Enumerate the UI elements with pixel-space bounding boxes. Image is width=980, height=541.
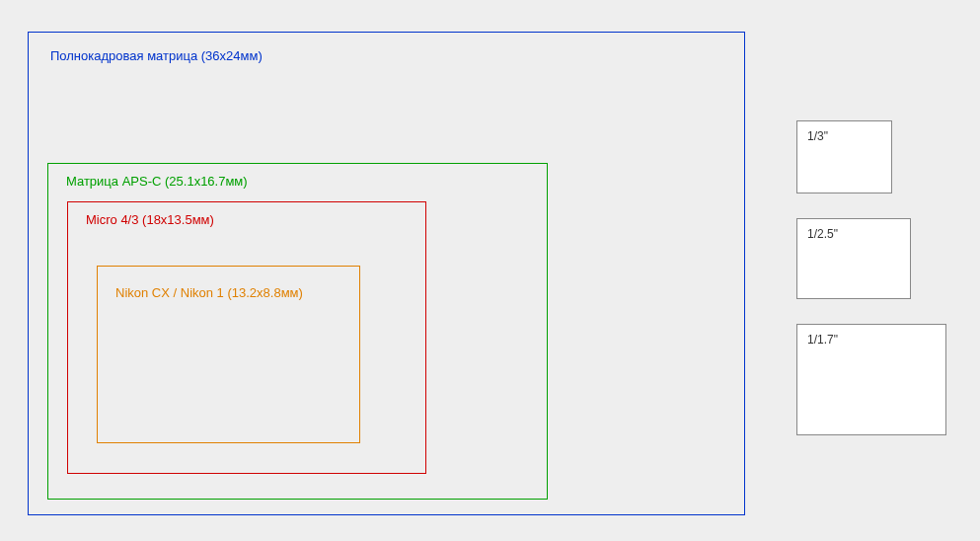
sensor-one-two-five-label: 1/2.5" <box>807 227 838 241</box>
sensor-one-third: 1/3" <box>796 120 892 193</box>
sensor-one-two-five: 1/2.5" <box>796 218 911 299</box>
sensor-one-one-seven: 1/1.7" <box>796 324 946 435</box>
sensor-nikon-cx: Nikon CX / Nikon 1 (13.2x8.8мм) <box>97 266 360 443</box>
sensor-one-third-label: 1/3" <box>807 129 828 143</box>
sensor-micro-43-label: Micro 4/3 (18х13.5мм) <box>86 212 214 227</box>
sensor-nikon-cx-label: Nikon CX / Nikon 1 (13.2x8.8мм) <box>115 285 303 300</box>
sensor-one-one-seven-label: 1/1.7" <box>807 333 838 347</box>
sensor-full-frame-label: Полнокадровая матрица (36х24мм) <box>50 48 263 63</box>
sensor-aps-c-label: Матрица APS-C (25.1х16.7мм) <box>66 174 248 189</box>
